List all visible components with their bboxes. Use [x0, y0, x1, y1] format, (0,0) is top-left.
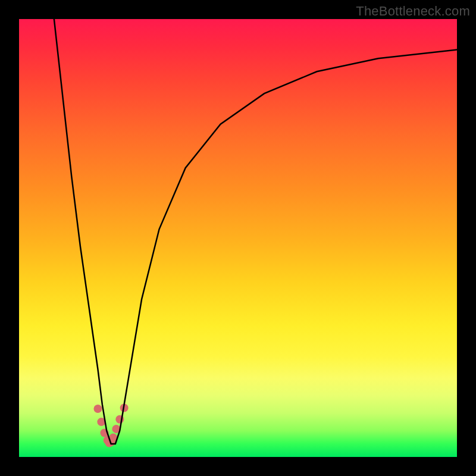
- plot-area: [19, 19, 457, 457]
- watermark-text: TheBottleneck.com: [356, 4, 470, 19]
- chart-frame: TheBottleneck.com: [0, 0, 476, 476]
- bottleneck-curve: [54, 19, 457, 444]
- trough-dot: [93, 405, 102, 413]
- curve-layer: [19, 19, 457, 457]
